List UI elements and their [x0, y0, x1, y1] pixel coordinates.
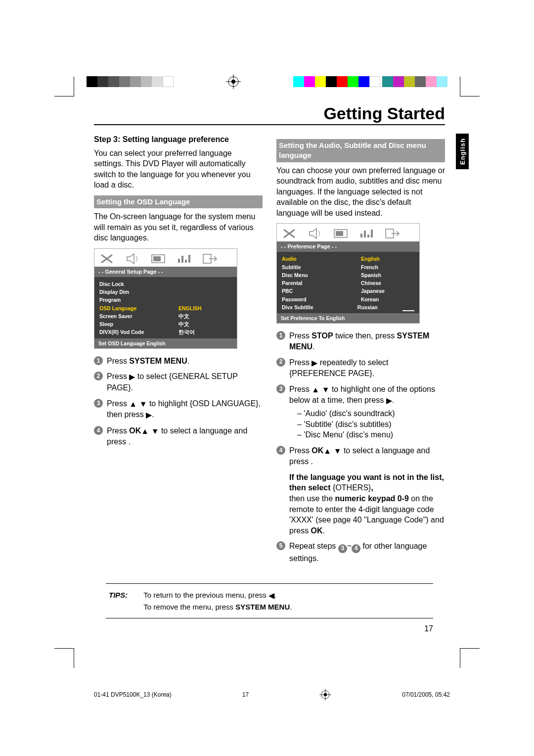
page-title: Getting Started	[94, 104, 445, 125]
tools-icon	[99, 253, 114, 265]
right-step-list: 1Press STOP twice then, press SYSTEM MEN…	[276, 331, 445, 467]
svg-rect-7	[181, 256, 183, 263]
svg-rect-12	[336, 231, 343, 236]
osd-body: The On-screen language for the system me…	[94, 211, 263, 243]
svg-rect-14	[364, 231, 366, 237]
footer-date: 07/01/2005, 05:42	[402, 691, 450, 698]
print-footer: 01-41 DVP5100K_13 (Korea) 17 07/01/2005,…	[0, 673, 534, 720]
page-number: 17	[94, 624, 433, 633]
svg-rect-5	[153, 256, 161, 261]
svg-rect-8	[185, 260, 187, 263]
others-note: If the language you want is not in the l…	[289, 472, 445, 536]
svg-rect-6	[178, 259, 180, 263]
speaker-icon	[125, 253, 140, 265]
exit-icon	[385, 228, 400, 239]
step-heading: Step 3: Setting language preference	[94, 134, 263, 145]
audio-subtitle-heading: Setting the Audio, Subtitle and Disc men…	[276, 139, 445, 162]
tips-box: TIPS: To return to the previous menu, pr…	[106, 583, 433, 618]
tools-icon	[282, 228, 297, 239]
left-column: Step 3: Setting language preference You …	[94, 134, 263, 564]
step-5: 5 Repeat steps 3~4 for other language se…	[276, 541, 445, 564]
osd-subheading: Setting the OSD Language	[94, 195, 263, 208]
intro-text: You can select your preferred language s…	[94, 148, 263, 190]
left-step-list: 1Press SYSTEM MENU.2Press ▶ to select {G…	[94, 356, 263, 447]
equalizer-icon	[359, 228, 374, 239]
footer-page: 17	[242, 691, 249, 698]
osd-menu-general: - - General Setup Page - - Disc LockDisp…	[94, 248, 237, 349]
svg-rect-15	[367, 235, 369, 237]
osd-icon-row	[94, 249, 237, 267]
exit-icon	[202, 253, 217, 265]
registration-mark-icon	[319, 689, 331, 701]
page-content: Getting Started Step 3: Setting language…	[0, 0, 534, 673]
footer-filename: 01-41 DVP5100K_13 (Korea)	[94, 691, 172, 698]
tv-icon	[333, 228, 348, 239]
right-column: Setting the Audio, Subtitle and Disc men…	[276, 134, 445, 564]
svg-rect-9	[188, 255, 190, 263]
tv-icon	[151, 253, 166, 265]
audio-subtitle-body: You can choose your own preferred langua…	[276, 165, 445, 219]
osd-menu-preference: - - Preference Page - - AudioEnglishSubt…	[276, 223, 420, 324]
svg-rect-13	[360, 234, 362, 237]
equalizer-icon	[177, 253, 191, 265]
speaker-icon	[308, 228, 322, 239]
tips-label: TIPS:	[109, 590, 142, 612]
svg-rect-16	[371, 230, 373, 237]
